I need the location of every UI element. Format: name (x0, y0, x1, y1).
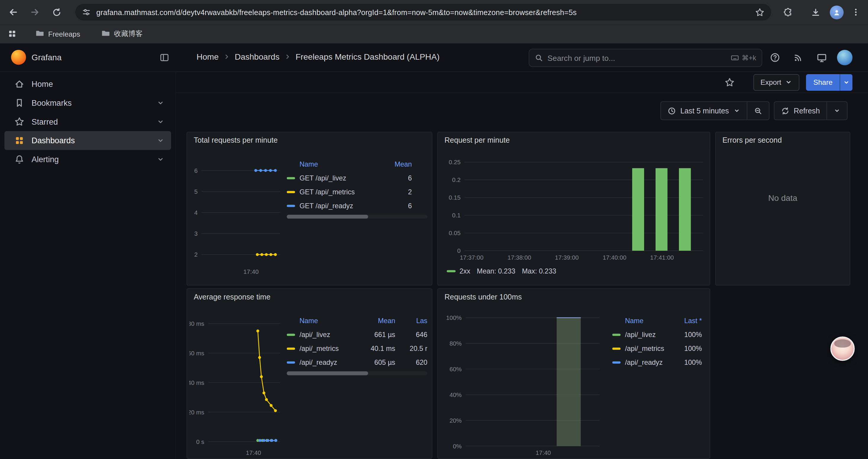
svg-text:17:40: 17:40 (243, 268, 259, 275)
refresh-interval-dropdown[interactable] (826, 102, 847, 120)
forward-button[interactable] (26, 3, 44, 21)
legend-row[interactable]: GET /api/_livez 6 (287, 171, 412, 185)
series-name[interactable]: /api/_readyz (625, 358, 663, 366)
chevron-down-icon[interactable] (157, 118, 164, 126)
series-name[interactable]: GET /api/_metrics (300, 188, 355, 196)
legend-row[interactable]: /api/_livez 100% (612, 328, 702, 341)
series-name[interactable]: /api/_livez (300, 331, 330, 338)
panel-title[interactable]: Total requests per minute (187, 132, 432, 148)
profile-avatar[interactable] (830, 5, 844, 19)
refresh-button[interactable]: Refresh (774, 102, 827, 120)
legend-row[interactable]: /api/_metrics 40.1 ms 20.5 r (287, 341, 428, 355)
legend-scrollbar-thumb[interactable] (287, 215, 368, 219)
chevron-down-icon[interactable] (157, 137, 164, 144)
extensions-icon[interactable] (779, 3, 797, 21)
legend-row[interactable]: /api/_livez 661 µs 646 (287, 328, 428, 341)
series-color-dash (612, 333, 620, 335)
svg-text:20 ms: 20 ms (189, 409, 205, 416)
series-color-dash (612, 361, 620, 363)
series-name[interactable]: 2xx (459, 267, 470, 275)
sidebar-item-alerting[interactable]: Alerting (4, 150, 171, 169)
site-info-icon[interactable] (82, 8, 91, 17)
series-mean: 661 µs (359, 331, 395, 338)
share-button[interactable]: Share (806, 74, 840, 90)
legend-row[interactable]: GET /api/_metrics 2 (287, 185, 412, 199)
search-box[interactable]: ⌘+k (529, 49, 762, 67)
legend-row[interactable]: /api/_readyz 100% (612, 355, 702, 369)
svg-text:17:38:00: 17:38:00 (507, 254, 531, 261)
svg-text:3: 3 (194, 230, 197, 237)
zoom-out-button[interactable] (747, 102, 769, 120)
series-name[interactable]: /api/_livez (625, 331, 656, 338)
back-button[interactable] (4, 3, 22, 21)
time-range-picker[interactable]: Last 5 minutes (661, 102, 747, 120)
series-name[interactable]: /api/_metrics (625, 345, 664, 352)
legend-header-name[interactable]: Name (287, 317, 359, 325)
chevron-right-icon (223, 53, 230, 60)
legend-row[interactable]: GET /api/_readyz 6 (287, 199, 412, 213)
news-rss-icon[interactable] (793, 53, 803, 63)
legend-item[interactable]: 2xx (447, 267, 470, 275)
breadcrumb-dashboards[interactable]: Dashboards (235, 52, 279, 61)
screen: grafana.mathmast.com/d/deytv4rwavabkb/fr… (0, 0, 868, 459)
chevron-down-icon[interactable] (157, 99, 164, 107)
reload-button[interactable] (48, 3, 65, 21)
svg-text:60 ms: 60 ms (189, 350, 205, 357)
export-button[interactable]: Export (753, 74, 800, 90)
legend-header-mean[interactable]: Mean (381, 160, 412, 168)
panel-title[interactable]: Errors per second (716, 132, 850, 148)
breadcrumb-home[interactable]: Home (196, 52, 219, 61)
sidebar-item-home[interactable]: Home (4, 75, 171, 94)
browser-toolbar: grafana.mathmast.com/d/deytv4rwavabkb/fr… (0, 0, 868, 24)
svg-text:5: 5 (194, 188, 197, 195)
help-icon[interactable] (770, 53, 780, 63)
panel-title[interactable]: Average response time (187, 289, 432, 305)
search-input[interactable] (548, 54, 726, 62)
legend-scrollbar[interactable] (287, 371, 428, 375)
series-color-dash (447, 270, 456, 272)
legend-header-mean[interactable]: Mean (359, 317, 395, 325)
monitor-icon[interactable] (816, 53, 827, 63)
downloads-icon[interactable] (807, 3, 824, 21)
address-bar[interactable]: grafana.mathmast.com/d/deytv4rwavabkb/fr… (75, 4, 771, 21)
share-dropdown-button[interactable] (840, 74, 852, 90)
legend-header-name[interactable]: Name (612, 317, 673, 325)
sidebar-item-starred[interactable]: Starred (4, 112, 171, 131)
sidebar-item-bookmarks[interactable]: Bookmarks (4, 94, 171, 112)
chevron-down-icon (733, 107, 740, 114)
svg-text:17:41:00: 17:41:00 (650, 254, 674, 261)
refresh-label: Refresh (794, 107, 820, 115)
panel-title[interactable]: Request per minute (438, 132, 710, 148)
folder-icon (35, 28, 44, 39)
grafana-logo[interactable] (11, 50, 26, 65)
sidebar-toggle-icon[interactable] (159, 53, 169, 65)
sidebar-item-dashboards[interactable]: Dashboards (4, 131, 171, 150)
bookmark-folder-freeleaps[interactable]: Freeleaps (30, 26, 86, 41)
series-name[interactable]: GET /api/_readyz (300, 202, 353, 209)
legend-scrollbar-thumb[interactable] (287, 371, 368, 375)
svg-text:60%: 60% (450, 366, 462, 372)
apps-grid-icon[interactable] (4, 26, 20, 41)
bookmark-folder-blog[interactable]: 收藏博客 (96, 26, 148, 41)
legend-row[interactable]: /api/_metrics 100% (612, 341, 702, 355)
legend-scrollbar[interactable] (287, 215, 428, 219)
legend-row[interactable]: /api/_readyz 605 µs 620 (287, 355, 428, 369)
series-name[interactable]: GET /api/_livez (300, 174, 346, 182)
refresh-icon (781, 107, 789, 115)
chevron-down-icon[interactable] (157, 156, 164, 163)
legend-header-name[interactable]: Name (287, 160, 381, 168)
browser-menu-icon[interactable] (847, 3, 865, 21)
legend-header-last[interactable]: Last * (673, 317, 702, 325)
assistant-avatar-button[interactable] (831, 336, 855, 361)
favorite-star-icon[interactable] (724, 77, 735, 87)
series-name[interactable]: /api/_metrics (300, 345, 339, 352)
time-controls: Last 5 minutes Refresh (176, 101, 868, 120)
series-mean: 40.1 ms (359, 345, 395, 352)
series-name[interactable]: /api/_readyz (300, 358, 337, 366)
bookmark-star-icon[interactable] (755, 7, 765, 17)
bookmark-label: 收藏博客 (114, 29, 143, 39)
legend-header-last[interactable]: Las (395, 317, 428, 325)
brand-name[interactable]: Grafana (32, 53, 62, 62)
panel-title[interactable]: Requests under 100ms (438, 289, 710, 305)
user-avatar[interactable] (837, 50, 852, 65)
